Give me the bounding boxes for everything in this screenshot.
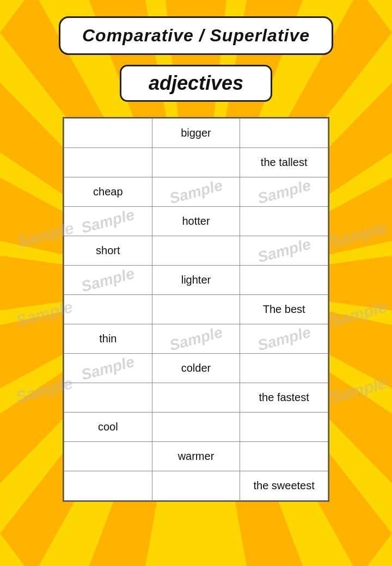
- table-row-2-col3: Sample: [240, 177, 328, 207]
- table-row-9-col3: the fastest: [240, 383, 328, 413]
- table-row-8-col2: colder: [152, 354, 240, 383]
- table-row-8-col1: Sample: [64, 354, 152, 383]
- page-subtitle: adjectives: [149, 72, 243, 94]
- table-row-9-col2: [152, 383, 240, 413]
- table-row-6-col2: [152, 295, 240, 324]
- table-row-7-col3: Sample: [240, 324, 328, 354]
- table-row-9-col1: [64, 383, 152, 413]
- table-row-0-col2: bigger: [152, 119, 240, 148]
- table-row-7-col2: Sample: [152, 324, 240, 354]
- table-row-4-col2: [152, 236, 240, 266]
- table-row-6-col1: [64, 295, 152, 324]
- table-row-0-col1: [64, 119, 152, 148]
- table-row-4-col1: short: [64, 236, 152, 266]
- table-row-5-col1: Sample: [64, 266, 152, 295]
- table-row-11-col1: [64, 442, 152, 471]
- table-row-3-col1: Sample: [64, 207, 152, 236]
- table-row-3-col2: hotter: [152, 207, 240, 236]
- table-row-1-col1: [64, 148, 152, 177]
- table-row-0-col3: [240, 119, 328, 148]
- table-row-5-col3: [240, 266, 328, 295]
- table-row-11-col3: [240, 442, 328, 471]
- table-row-5-col2: lighter: [152, 266, 240, 295]
- table-row-3-col3: [240, 207, 328, 236]
- table-row-2-col1: cheap: [64, 177, 152, 207]
- table-row-4-col3: Sample: [240, 236, 328, 266]
- table-row-12-col3: the sweetest: [240, 471, 328, 501]
- title-box: Comparative / Superlative: [59, 16, 333, 55]
- table-row-8-col3: [240, 354, 328, 383]
- table-row-7-col1: thin: [64, 324, 152, 354]
- table-row-12-col2: [152, 471, 240, 501]
- table-row-12-col1: [64, 471, 152, 501]
- table-row-1-col2: [152, 148, 240, 177]
- table-row-1-col3: the tallest: [240, 148, 328, 177]
- table-row-10-col3: [240, 413, 328, 442]
- subtitle-box: adjectives: [120, 65, 272, 102]
- table-row-10-col2: [152, 413, 240, 442]
- table-row-6-col3: The best: [240, 295, 328, 324]
- page-title: Comparative / Superlative: [82, 26, 310, 45]
- table-row-10-col1: cool: [64, 413, 152, 442]
- adjectives-table: biggerthe tallestcheapSampleSampleSample…: [63, 117, 329, 502]
- table-row-2-col2: Sample: [152, 177, 240, 207]
- table-row-11-col2: warmer: [152, 442, 240, 471]
